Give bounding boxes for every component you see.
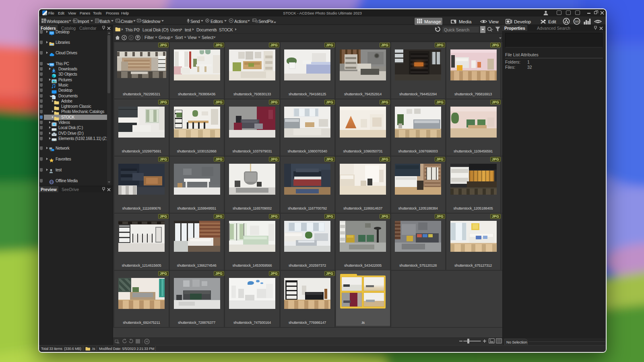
svg-text:365: 365 (575, 20, 579, 23)
